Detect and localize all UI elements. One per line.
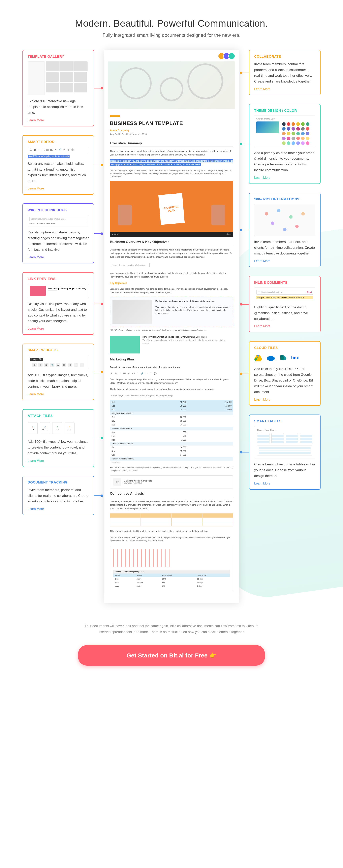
marketing-p1: Provide an overview of your market size,… [110, 366, 233, 369]
learn-more-link[interactable]: Learn More [254, 259, 271, 263]
card-title: SMART EDITOR [28, 140, 89, 144]
card-description: Add 100+ file types. Allow your audience… [28, 439, 89, 456]
table-cell: 15,000 [188, 404, 233, 408]
cta-button[interactable]: Get Started on Bit.ai for Free 👉 [78, 645, 265, 665]
table-cell: 700 [143, 434, 188, 438]
learn-more-link[interactable]: Learn More [28, 255, 44, 259]
card-description: Select any text to make it bold, italics… [28, 161, 89, 184]
table-note: YearMonth [110, 461, 233, 464]
file-icons-thumbnail: ▲PDFWDOCXXXLSPPPT [28, 421, 89, 436]
theme-thumbnail: Change Theme Color [254, 116, 315, 147]
section-executive-summary: Executive Summary [110, 141, 233, 147]
connector-line [94, 165, 102, 165]
learn-more-link[interactable]: Learn More [254, 87, 271, 91]
table-cell: 14,900 [143, 423, 188, 427]
sheet-header: Status [135, 574, 161, 577]
overview-paragraph: Utilize this section to describe your in… [110, 248, 233, 259]
file-attachment[interactable]: ZIP Marketing-Assets-Sample.zip Download… [110, 475, 233, 489]
video-controls[interactable]: ▶ 00:12 vimeo [110, 231, 233, 237]
table-thumbnail: Change Table Theme [254, 426, 315, 459]
comp-p1: Compare your competitors from features, … [110, 500, 233, 510]
table-section: 3 Least Profitable Months [110, 457, 233, 461]
play-icon[interactable]: ▶ 00:12 [112, 233, 118, 235]
connector-line [241, 144, 249, 144]
image-embed-block[interactable]: Explain why your business is in the righ… [110, 297, 233, 326]
learn-more-link[interactable]: Learn More [28, 507, 44, 511]
box-icon: box [291, 355, 299, 361]
feature-card-document-tracking: DOCUMENT TRACKINGInvite team members, pa… [23, 476, 94, 515]
learn-more-link[interactable]: Learn More [28, 327, 44, 331]
card-description: Invite team members, partners, and clien… [254, 239, 315, 256]
table-cell: Mar [110, 438, 143, 442]
interlink-icon[interactable]: ⇄ [145, 372, 148, 375]
hand-left [118, 205, 132, 225]
learn-more-link[interactable]: Learn More [254, 398, 271, 401]
sheet-cell: Mary [113, 584, 135, 588]
doc-banner-image [108, 61, 235, 109]
learn-more-link[interactable]: Learn More [28, 187, 44, 190]
comment-icon[interactable]: 💬 [154, 372, 157, 375]
sheet-cell: Elon [113, 577, 135, 581]
learn-more-link[interactable]: Learn More [28, 119, 44, 122]
link-preview-card[interactable]: How to Write a Great Business Plan: Over… [110, 336, 233, 353]
document-preview: BUSINESS PLAN TEMPLATE Acme Company Amy … [104, 50, 239, 603]
marketing-p4: Include images, files, and links that sh… [110, 394, 233, 397]
table-cell [188, 419, 233, 423]
zip-icon: ZIP [113, 478, 121, 486]
table-cell: Jan [110, 430, 143, 434]
video-embed[interactable]: BUSINESS PLAN ▶ 00:12 vimeo [110, 181, 233, 237]
link-preview-image [110, 336, 140, 353]
spreadsheet-embed[interactable]: Customer Onboarding for Space Z NameStat… [110, 546, 233, 591]
card-title: THEME DESIGN / COLOR [254, 109, 315, 113]
italic-icon[interactable]: I [119, 372, 122, 375]
sheet-cell: Active [135, 577, 161, 581]
link-icon[interactable]: 🔗 [141, 372, 144, 375]
h2-icon[interactable]: H2 [127, 372, 131, 375]
sheet-cell: 1/2 [161, 584, 195, 588]
doc-search-input[interactable]: Search Documents in this Workspace... [110, 263, 150, 267]
connector-line [241, 452, 249, 453]
feature-card-template-gallery: TEMPLATE GALLERYExplore 90+ interactive … [23, 50, 94, 126]
comp-p2: This is your opportunity to differentiat… [110, 530, 233, 533]
text-toolbar[interactable]: ☰ B I H1 H2 H3 ❝ 🔗 ⇄ T 💬 [110, 372, 233, 375]
card-description: Add links to any file, PDF, PPT, or spre… [254, 366, 315, 395]
card-title: TEMPLATE GALLERY [28, 55, 89, 59]
marketing-p3: The last part should focus on your prici… [110, 388, 233, 391]
learn-more-link[interactable]: Learn More [254, 324, 271, 328]
feature-card-attach-files: ATTACH FILES▲PDFWDOCXXXLSPPPTAdd 100+ fi… [23, 409, 94, 467]
avatar[interactable] [228, 53, 235, 59]
table-cell: 15,400 [143, 400, 188, 404]
connector-line [241, 72, 249, 73]
quote-icon[interactable]: ❝ [136, 372, 139, 375]
hero-title: Modern. Beautiful. Powerful Communicatio… [0, 18, 343, 29]
card-description: Highlight specific text on the doc to @m… [254, 305, 315, 322]
vimeo-logo: vimeo [226, 233, 231, 235]
bold-icon[interactable]: B [114, 372, 118, 375]
learn-more-link[interactable]: Learn More [254, 176, 271, 180]
overview-paragraph-2: Your main goal with this section of your… [110, 272, 233, 279]
table-cell: 14,800 [143, 453, 188, 457]
table-cell: 19,600 [143, 419, 188, 423]
card-title: INLINE COMMENTS [254, 281, 315, 285]
learn-more-link[interactable]: Learn More [254, 482, 271, 485]
sheet-chart [113, 549, 172, 567]
key-objectives-desc: Break out your goals into short-term, mi… [110, 287, 233, 294]
h1-icon[interactable]: H1 [123, 372, 126, 375]
table-cell [188, 453, 233, 457]
learn-more-link[interactable]: Learn More [28, 459, 44, 463]
bit-tip: BIT TIP: Before you begin, understand wh… [110, 169, 233, 178]
connector-line [94, 372, 102, 372]
text-icon[interactable]: T [149, 372, 152, 375]
learn-more-link[interactable]: Learn More [28, 393, 44, 396]
connector-line [241, 374, 249, 374]
file-meta: Download (1.32 MB) [124, 482, 152, 484]
list-icon[interactable]: ☰ [110, 372, 113, 375]
feature-card-inline-comments: INLINE COMMENTS💬 @mention collaboratorsS… [249, 276, 320, 333]
hero-section: Modern. Beautiful. Powerful Communicatio… [0, 0, 343, 50]
h3-icon[interactable]: H3 [132, 372, 135, 375]
card-description: Quickly capture and share ideas by creat… [28, 229, 89, 253]
card-description: Invite team members, contractors, partne… [254, 61, 315, 85]
sheet-cell: 6/4 [161, 581, 195, 584]
card-description: Add 100+ file types, images, text blocks… [28, 372, 89, 390]
bit-tip: BIT TIP: We've included a Google Spreads… [110, 536, 233, 542]
